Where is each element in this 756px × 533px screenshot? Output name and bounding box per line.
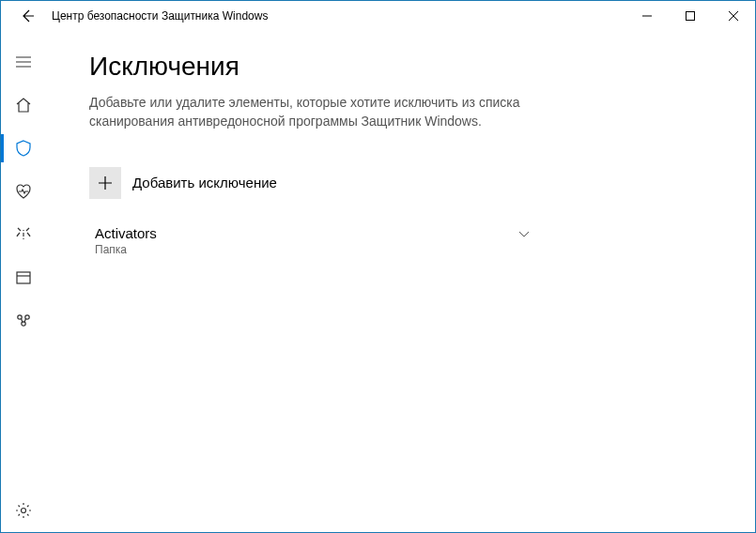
- exclusion-type: Папка: [95, 243, 157, 256]
- sidebar-network[interactable]: [1, 213, 46, 256]
- page-title: Исключения: [89, 52, 717, 82]
- exclusion-item[interactable]: Activators Папка: [89, 220, 531, 262]
- add-exclusion-button[interactable]: Добавить исключение: [89, 167, 277, 199]
- back-button[interactable]: [7, 1, 48, 31]
- plus-icon: [89, 167, 121, 199]
- sidebar-settings[interactable]: [1, 489, 46, 532]
- maximize-button[interactable]: [669, 1, 712, 31]
- add-exclusion-label: Добавить исключение: [132, 175, 277, 190]
- content-area: Исключения Добавьте или удалите элементы…: [46, 31, 755, 532]
- app-body: Исключения Добавьте или удалите элементы…: [1, 31, 755, 532]
- svg-rect-0: [687, 12, 695, 21]
- window-controls: [625, 1, 755, 31]
- titlebar: Центр безопасности Защитника Windows: [1, 1, 755, 31]
- sidebar: [1, 31, 46, 532]
- sidebar-shield[interactable]: [1, 127, 46, 170]
- sidebar-app-browser[interactable]: [1, 256, 46, 299]
- exclusion-text: Activators Папка: [89, 225, 157, 256]
- sidebar-health[interactable]: [1, 170, 46, 213]
- page-description: Добавьте или удалите элементы, которые х…: [89, 93, 578, 131]
- chevron-down-icon: [517, 225, 531, 240]
- svg-rect-1: [17, 272, 30, 283]
- svg-point-5: [22, 509, 26, 513]
- window-title: Центр безопасности Защитника Windows: [48, 9, 625, 23]
- sidebar-family[interactable]: [1, 299, 46, 343]
- sidebar-home[interactable]: [1, 84, 46, 127]
- minimize-button[interactable]: [625, 1, 669, 31]
- exclusion-name: Activators: [95, 225, 157, 241]
- sidebar-hamburger[interactable]: [1, 40, 46, 84]
- close-button[interactable]: [712, 1, 755, 31]
